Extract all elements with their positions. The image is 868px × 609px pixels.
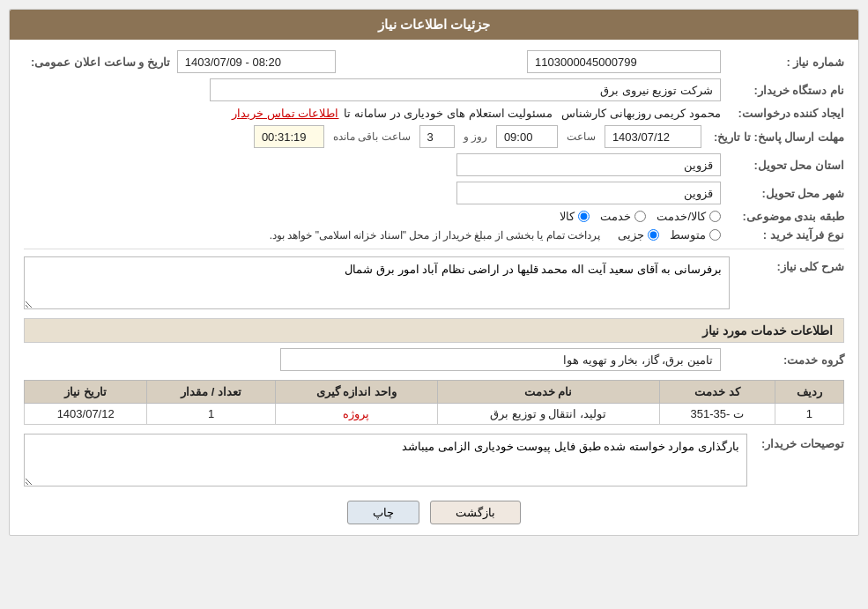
deadline-remaining-label: ساعت باقی مانده [333, 130, 411, 143]
announce-date-value: 1403/07/09 - 08:20 [177, 50, 336, 73]
province-value: قزوین [456, 153, 721, 176]
purchase-type-label-partial: جزیی [618, 228, 644, 241]
need-number-value: 1103000045000799 [527, 50, 721, 73]
creator-role: مسئولیت استعلام های خودیاری در سامانه تا [344, 107, 553, 120]
category-radio-khedmat[interactable]: خدمت [600, 210, 646, 223]
action-buttons: بازگشت چاپ [24, 501, 844, 524]
city-label: شهر محل تحویل: [721, 187, 844, 200]
buyer-notes-textarea[interactable]: بارگذاری موارد خواسته شده طبق فایل پیوست… [24, 434, 747, 486]
category-radio-input-khedmat[interactable] [634, 211, 646, 222]
back-button[interactable]: بازگشت [430, 501, 521, 524]
print-button[interactable]: چاپ [347, 501, 419, 524]
category-label-kala: کالا [560, 210, 575, 223]
general-desc-label: شرح کلی نیاز: [730, 256, 844, 273]
category-label: طبقه بندی موضوعی: [721, 210, 844, 223]
purchase-type-radio-group: متوسط جزیی [618, 228, 721, 241]
category-radio-kala[interactable]: کالا [560, 210, 590, 223]
province-label: استان محل تحویل: [721, 159, 844, 172]
category-label-kala-khedmat: کالا/خدمت [657, 210, 706, 223]
col-date: تاریخ نیاز [25, 381, 147, 404]
deadline-remaining: 00:31:19 [254, 125, 324, 148]
purchase-type-input-partial[interactable] [648, 229, 659, 241]
category-radio-group: کالا/خدمت خدمت کالا [560, 210, 721, 223]
purchase-type-note: پرداخت تمام یا بخشی از مبلغ خریدار از مح… [270, 229, 600, 241]
page-title: جزئیات اطلاعات نیاز [10, 10, 858, 40]
deadline-date: 1403/07/12 [605, 125, 701, 148]
requester-org-value: شرکت توزیع نیروی برق [210, 78, 721, 101]
city-value: قزوین [456, 182, 721, 204]
table-row: 1ت -35-351تولید، انتقال و توزیع برقپروژه… [25, 404, 844, 425]
purchase-type-radio-medium[interactable]: متوسط [670, 228, 721, 241]
requester-org-label: نام دستگاه خریدار: [721, 84, 844, 97]
purchase-type-label: نوع فرآیند خرید : [721, 228, 844, 241]
general-desc-textarea[interactable]: برفرسانی به آقای سعید آیت اله محمد قلیها… [24, 256, 730, 309]
category-radio-input-kala-khedmat[interactable] [709, 211, 721, 222]
services-section-header: اطلاعات خدمات مورد نیاز [24, 318, 844, 343]
category-radio-kala-khedmat[interactable]: کالا/خدمت [657, 210, 721, 223]
creator-label: ایجاد کننده درخواست: [721, 107, 844, 120]
service-group-value: تامین برق، گاز، بخار و تهویه هوا [280, 348, 721, 371]
col-quantity: تعداد / مقدار [147, 381, 276, 404]
col-service-name: نام خدمت [437, 381, 659, 404]
deadline-days: 3 [419, 125, 455, 148]
category-label-khedmat: خدمت [600, 210, 631, 223]
purchase-type-input-medium[interactable] [709, 229, 721, 241]
col-row-num: ردیف [775, 381, 843, 404]
deadline-time-label: ساعت [567, 130, 596, 143]
deadline-days-label: روز و [464, 130, 487, 143]
buyer-notes-label: توصیحات خریدار: [747, 434, 844, 450]
creator-name: محمود کریمی روزبهانی کارشناس [561, 107, 721, 120]
services-table: ردیف کد خدمت نام خدمت واحد اندازه گیری ت… [24, 380, 844, 425]
need-number-label: شماره نیاز : [721, 56, 844, 69]
deadline-label: مهلت ارسال پاسخ: تا تاریخ: [707, 130, 844, 144]
purchase-type-label-medium: متوسط [670, 228, 706, 241]
creator-link[interactable]: اطلاعات تماس خریدار [232, 107, 338, 120]
deadline-time: 09:00 [496, 125, 558, 148]
purchase-type-radio-partial[interactable]: جزیی [618, 228, 659, 241]
col-service-code: کد خدمت [659, 381, 775, 404]
category-radio-input-kala[interactable] [578, 211, 590, 222]
service-group-label: گروه خدمت: [721, 353, 844, 367]
announce-date-label: تاریخ و ساعت اعلان عمومی: [24, 56, 170, 69]
col-unit: واحد اندازه گیری [275, 381, 437, 404]
